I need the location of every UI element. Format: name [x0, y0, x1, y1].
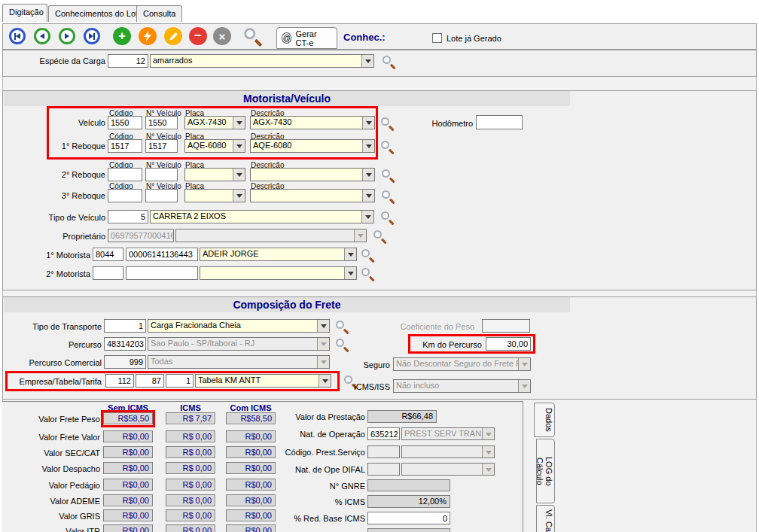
tab-consulta[interactable]: Consulta: [136, 5, 182, 22]
especie-search-icon[interactable]: [382, 55, 397, 70]
next-record-icon[interactable]: [59, 28, 75, 44]
veiculo-codigo-input[interactable]: 1550: [108, 116, 142, 129]
reboque2-search-icon[interactable]: [381, 169, 396, 184]
valor-despacho-icms: R$ 0,00: [166, 462, 215, 474]
motorista1-documento-input[interactable]: 00006141136443: [126, 248, 198, 261]
empresa-input[interactable]: 112: [105, 374, 134, 388]
valor-pedagio-label: Valor Pedágio: [10, 481, 100, 491]
first-record-icon[interactable]: [9, 28, 26, 44]
percurso-comercial-code-input: 999: [104, 355, 146, 369]
tipo-de-transporte-combo[interactable]: Carga Fracionada Cheia: [148, 319, 330, 333]
motorista1-nome-combo[interactable]: ADEIR JORGE: [200, 248, 357, 261]
empresa-tabela-tarifa-label: Empresa/Tabela/Tarifa: [4, 377, 102, 387]
proprietario-search-icon[interactable]: [373, 230, 388, 245]
motorista1-search-icon[interactable]: [361, 248, 376, 263]
edit-icon[interactable]: [164, 27, 182, 45]
reboque1-codigo-input[interactable]: 1517: [108, 139, 142, 153]
tipo-de-veiculo-search-icon[interactable]: [380, 211, 395, 226]
chevron-down-icon[interactable]: [319, 375, 331, 387]
veiculo-placa-combo[interactable]: AGX-7430: [184, 116, 245, 129]
icms-iss-label: ICMS/ISS: [331, 382, 390, 392]
chevron-down-icon[interactable]: [233, 140, 245, 152]
tarifa-combo[interactable]: Tabela KM ANTT: [195, 374, 331, 388]
lightning-glyph: [143, 31, 152, 41]
chevron-down-icon[interactable]: [233, 117, 245, 129]
tipo-de-transporte-code-input[interactable]: 1: [104, 319, 146, 333]
chevron-down-icon[interactable]: [344, 248, 356, 260]
motorista1-codigo-input[interactable]: 8044: [93, 248, 123, 261]
codigo-prest-servico-combo: [401, 445, 495, 458]
tipo-de-veiculo-combo[interactable]: CARRETA 2 EIXOS: [150, 210, 374, 223]
reboque2-codigo-input[interactable]: [108, 168, 142, 181]
hodometro-input[interactable]: [476, 115, 523, 129]
reboque3-placa-combo[interactable]: [184, 189, 245, 202]
reboque3-codigo-input[interactable]: [108, 189, 142, 202]
chevron-down-icon[interactable]: [361, 211, 373, 223]
veiculo-num-input[interactable]: 1550: [145, 116, 178, 129]
tabela-input[interactable]: 87: [136, 374, 164, 388]
tab-conhecimentos-do-lote[interactable]: Conhecimentos do Lote: [48, 5, 149, 22]
reboque1-search-icon[interactable]: [380, 140, 395, 155]
cancel-icon[interactable]: ×: [213, 27, 231, 45]
valor-itr-com-icms: R$0,00: [226, 524, 276, 532]
reboque1-placa-combo[interactable]: AQE-6080: [184, 139, 245, 153]
tab-digitacao[interactable]: Digitação: [2, 4, 47, 22]
reboque2-descricao-combo[interactable]: [250, 168, 375, 181]
chevron-down-icon[interactable]: [317, 320, 329, 332]
especie-combo[interactable]: amarrados: [150, 54, 374, 68]
motorista2-documento-input[interactable]: [126, 266, 198, 280]
motorista2-nome-combo[interactable]: [200, 266, 357, 280]
tipo-de-transporte-search-icon[interactable]: [335, 320, 350, 335]
add-record-icon[interactable]: +: [113, 27, 131, 45]
nat-de-operacao-label: Nat. de Operação: [275, 430, 365, 439]
chevron-down-icon[interactable]: [362, 190, 374, 202]
valor-despacho-sem-icms: R$0,00: [103, 462, 153, 474]
last-record-icon[interactable]: [84, 28, 100, 44]
reboque2-num-input[interactable]: [145, 168, 178, 181]
pct-red-base-icms-input[interactable]: 0: [367, 512, 450, 524]
codigo-prest-servico-input: [367, 445, 400, 458]
side-tab-dados[interactable]: Dados: [534, 403, 555, 437]
motorista2-search-icon[interactable]: [361, 267, 376, 282]
lote-ja-gerado-checkbox[interactable]: [432, 33, 442, 43]
tarifa-input[interactable]: 1: [166, 374, 194, 388]
percurso-search-icon[interactable]: [335, 338, 350, 353]
side-tab-log-do-calculo[interactable]: LOG do Cálculo: [536, 439, 555, 503]
nat-de-ope-difal-label: Nat. de Ope DIFAL: [275, 465, 365, 475]
coeficiente-do-peso-input: [482, 319, 530, 333]
chevron-down-icon[interactable]: [344, 267, 356, 279]
veiculo-search-icon[interactable]: [380, 117, 395, 132]
chevron-down-icon[interactable]: [362, 117, 374, 129]
side-tab-vl-cal[interactable]: Vl. Cal: [536, 505, 555, 532]
reboque2-placa-combo[interactable]: [184, 168, 245, 181]
n-gnre-label: N° GNRE: [275, 482, 365, 491]
chevron-down-icon: [482, 446, 494, 458]
especie-code-input[interactable]: 12: [108, 54, 148, 68]
reboque3-descricao-combo[interactable]: [250, 189, 375, 202]
chevron-down-icon[interactable]: [233, 190, 245, 202]
reboque1-num-input[interactable]: 1517: [145, 139, 178, 153]
reboque3-num-input[interactable]: [145, 189, 178, 202]
veiculo-descricao-combo[interactable]: AGX-7430: [250, 116, 375, 129]
delete-record-icon[interactable]: −: [189, 27, 207, 45]
chevron-down-icon: [518, 358, 530, 370]
search-icon[interactable]: [243, 27, 264, 47]
percurso-code-input[interactable]: 48314203: [104, 337, 146, 351]
percurso-label: Percurso: [8, 340, 102, 350]
chevron-down-icon[interactable]: [233, 169, 245, 181]
execute-icon[interactable]: [139, 27, 157, 45]
km-do-percurso-input[interactable]: 30,00: [486, 337, 531, 351]
motorista-veiculo-title: Motorista/Veículo: [4, 93, 570, 105]
motorista2-codigo-input[interactable]: [93, 266, 123, 280]
gerar-cte-button[interactable]: @ Gerar CT-e: [276, 27, 337, 49]
chevron-down-icon: [482, 428, 494, 439]
chevron-down-icon[interactable]: [361, 55, 373, 67]
tipo-de-veiculo-code-input[interactable]: 5: [108, 210, 148, 223]
km-do-percurso-label: Km do Percurso: [399, 340, 482, 350]
chevron-down-icon[interactable]: [362, 169, 374, 181]
reboque3-search-icon[interactable]: [381, 190, 396, 205]
reboque1-descricao-combo[interactable]: AQE-6080: [250, 139, 375, 153]
nat-de-operacao-code-input[interactable]: 635212: [367, 427, 400, 440]
previous-record-icon[interactable]: [34, 28, 50, 44]
chevron-down-icon[interactable]: [362, 140, 374, 152]
